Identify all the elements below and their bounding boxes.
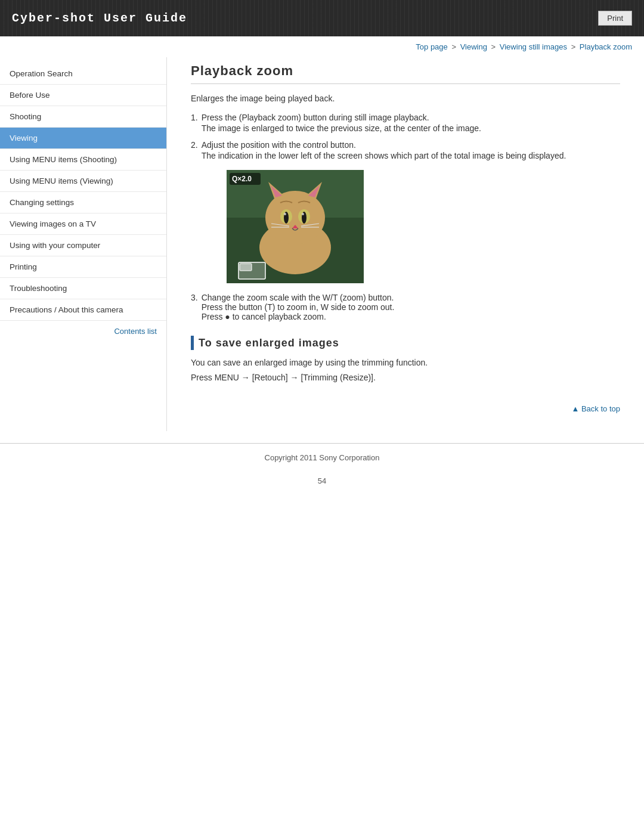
main-content: Playback zoom Enlarges the image being p…	[167, 57, 644, 431]
sidebar-item-using-menu-viewing[interactable]: Using MENU items (Viewing)	[0, 171, 166, 192]
step-1: 1. Press the (Playback zoom) button duri…	[191, 113, 620, 133]
section-bar	[191, 336, 194, 350]
breadcrumb-viewing-still[interactable]: Viewing still images	[500, 42, 567, 51]
svg-rect-22	[240, 264, 252, 271]
steps-list: 1. Press the (Playback zoom) button duri…	[191, 113, 620, 160]
breadcrumb-top[interactable]: Top page	[416, 42, 448, 51]
section2-header: To save enlarged images	[191, 336, 620, 350]
step-content: Press the (Playback zoom) button during …	[202, 113, 620, 133]
sidebar-item-precautions[interactable]: Precautions / About this camera	[0, 299, 166, 321]
svg-point-13	[302, 213, 304, 215]
svg-point-12	[284, 213, 286, 215]
breadcrumb-playback-zoom[interactable]: Playback zoom	[580, 42, 632, 51]
section2-title: To save enlarged images	[199, 337, 339, 349]
header: Cyber-shot User Guide Print	[0, 0, 644, 36]
step3-continuation: 3. Change the zoom scale with the W/T (z…	[191, 293, 620, 321]
step-content: Change the zoom scale with the W/T (zoom…	[202, 293, 395, 321]
step-content: Adjust the position with the control but…	[202, 140, 620, 160]
footer: Copyright 2011 Sony Corporation	[0, 443, 644, 472]
sidebar-item-troubleshooting[interactable]: Troubleshooting	[0, 278, 166, 299]
step-num: 1.	[191, 113, 198, 133]
print-button[interactable]: Print	[598, 11, 632, 26]
cat-image: Q×2.0	[227, 170, 364, 283]
back-to-top-link[interactable]: Back to top	[571, 404, 620, 413]
sidebar-item-using-menu-shooting[interactable]: Using MENU items (Shooting)	[0, 149, 166, 171]
copyright: Copyright 2011 Sony Corporation	[265, 453, 380, 462]
sidebar-item-printing[interactable]: Printing	[0, 256, 166, 278]
svg-text:Q×2.0: Q×2.0	[232, 175, 252, 183]
sidebar-item-changing-settings[interactable]: Changing settings	[0, 192, 166, 213]
app-title: Cyber-shot User Guide	[12, 11, 187, 25]
page-number: 54	[0, 476, 644, 485]
step-subtext: The indication in the lower left of the …	[202, 151, 620, 160]
intro-text: Enlarges the image being played back.	[191, 94, 620, 103]
step-num: 2.	[191, 140, 198, 160]
save-formula: Press MENU → [Retouch] → [Trimming (Resi…	[191, 373, 620, 382]
sidebar: Operation SearchBefore UseShootingViewin…	[0, 57, 167, 431]
breadcrumb-viewing[interactable]: Viewing	[460, 42, 487, 51]
step-num: 3.	[191, 293, 198, 321]
sidebar-item-operation-search[interactable]: Operation Search	[0, 63, 166, 85]
sidebar-item-viewing-images-tv[interactable]: Viewing images on a TV	[0, 213, 166, 235]
svg-point-3	[265, 191, 325, 244]
sidebar-item-shooting[interactable]: Shooting	[0, 106, 166, 128]
main-layout: Operation SearchBefore UseShootingViewin…	[0, 57, 644, 431]
contents-list-link[interactable]: Contents list	[0, 321, 166, 342]
step-subtext: The image is enlarged to twice the previ…	[202, 123, 620, 133]
step-2: 2. Adjust the position with the control …	[191, 140, 620, 160]
breadcrumb: Top page > Viewing > Viewing still image…	[0, 36, 644, 57]
sidebar-item-using-computer[interactable]: Using with your computer	[0, 235, 166, 256]
save-info: You can save an enlarged image by using …	[191, 356, 620, 369]
sidebar-item-viewing[interactable]: Viewing	[0, 128, 166, 149]
sidebar-item-before-use[interactable]: Before Use	[0, 85, 166, 106]
page-title: Playback zoom	[191, 63, 620, 84]
back-to-top-row: Back to top	[191, 392, 620, 419]
